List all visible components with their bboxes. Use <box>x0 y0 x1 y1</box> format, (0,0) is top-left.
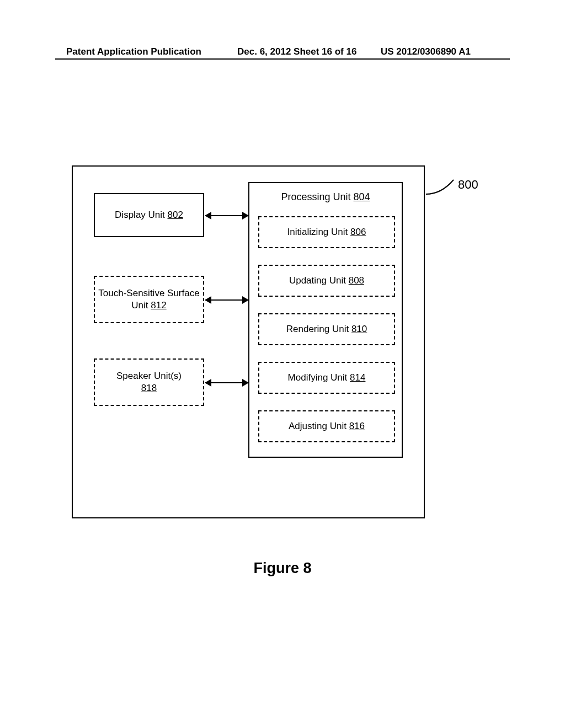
touch-surface-unit-box: Touch-Sensitive Surface Unit 812 <box>94 276 204 323</box>
updating-unit-label: Updating Unit 808 <box>289 275 364 287</box>
display-unit-label: Display Unit 802 <box>115 209 183 221</box>
adjusting-unit-label: Adjusting Unit 816 <box>289 420 365 432</box>
ref-leader-line <box>425 179 457 195</box>
initializing-unit-label: Initializing Unit 806 <box>287 226 366 238</box>
arrow-speaker-processing <box>205 382 248 383</box>
figure-caption: Figure 8 <box>0 560 565 577</box>
arrow-touch-processing <box>205 299 248 301</box>
header-pub: Patent Application Publication <box>66 46 201 57</box>
header-date: Dec. 6, 2012 Sheet 16 of 16 <box>237 46 356 57</box>
header-divider <box>55 58 510 60</box>
header-patnum: US 2012/0306890 A1 <box>381 46 471 57</box>
rendering-unit-label: Rendering Unit 810 <box>286 323 367 335</box>
arrow-display-processing <box>205 215 248 216</box>
display-unit-box: Display Unit 802 <box>94 193 204 237</box>
processing-unit-label: Processing Unit 804 <box>249 191 402 204</box>
updating-unit-box: Updating Unit 808 <box>258 265 395 297</box>
modifying-unit-box: Modifying Unit 814 <box>258 362 395 394</box>
touch-surface-unit-label: Touch-Sensitive Surface Unit 812 <box>97 287 201 312</box>
modifying-unit-label: Modifying Unit 814 <box>288 372 366 384</box>
processing-unit-box: Processing Unit 804 Initializing Unit 80… <box>248 182 403 458</box>
rendering-unit-box: Rendering Unit 810 <box>258 313 395 345</box>
initializing-unit-box: Initializing Unit 806 <box>258 216 395 248</box>
speaker-unit-box: Speaker Unit(s)818 <box>94 358 204 406</box>
diagram: 800 Display Unit 802 Touch-Sensitive Sur… <box>72 165 425 518</box>
adjusting-unit-box: Adjusting Unit 816 <box>258 410 395 442</box>
speaker-unit-label: Speaker Unit(s)818 <box>116 370 182 394</box>
device-ref-number: 800 <box>458 178 478 192</box>
